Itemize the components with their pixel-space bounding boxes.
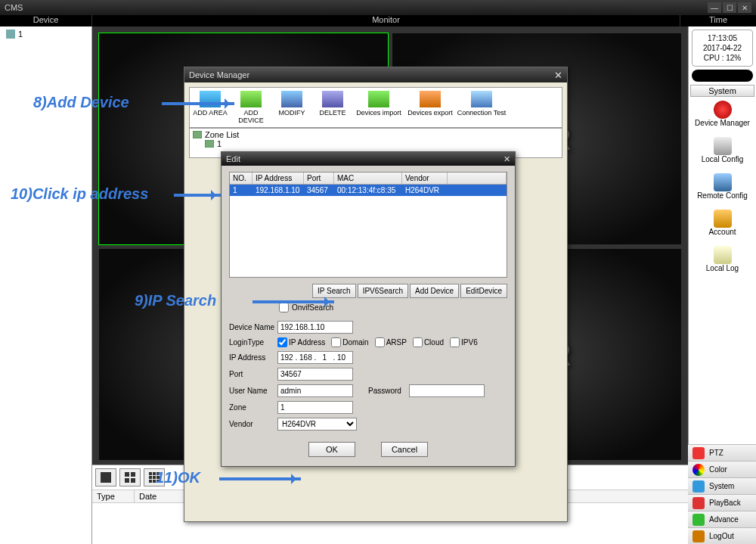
account-button[interactable]: Account bbox=[689, 206, 756, 242]
svg-rect-9 bbox=[153, 476, 156, 479]
device-manager-label: Device Manager bbox=[689, 119, 756, 127]
svg-rect-7 bbox=[156, 472, 160, 475]
device-name-label: Device Name bbox=[229, 323, 277, 331]
edit-dialog-titlebar[interactable]: Edit ✕ bbox=[222, 152, 515, 166]
modify-icon bbox=[281, 91, 302, 107]
ip-address-input[interactable] bbox=[277, 351, 353, 364]
vendor-select[interactable]: H264DVR bbox=[277, 418, 357, 431]
modify-button[interactable]: MODIFY bbox=[271, 91, 312, 124]
device-tree-panel: 1 bbox=[0, 26, 92, 544]
device-manager-close-icon[interactable]: ✕ bbox=[554, 70, 562, 81]
layout-2x2-button[interactable] bbox=[119, 468, 141, 486]
annotation-8-arrow bbox=[162, 102, 234, 105]
ok-button[interactable]: OK bbox=[308, 442, 355, 457]
system-icon bbox=[692, 480, 705, 493]
ipv6-search-button[interactable]: IPV6Search bbox=[358, 284, 408, 298]
tab-ptz[interactable]: PTZ bbox=[688, 444, 756, 461]
user-name-input[interactable] bbox=[277, 384, 353, 397]
tab-advance[interactable]: Advance bbox=[688, 511, 756, 527]
cancel-button[interactable]: Cancel bbox=[381, 442, 428, 457]
svg-rect-5 bbox=[149, 472, 152, 475]
delete-icon bbox=[322, 91, 343, 107]
zone-input[interactable] bbox=[277, 401, 353, 414]
zone-list-root[interactable]: Zone List bbox=[193, 130, 559, 139]
app-titlebar: CMS — ☐ ✕ bbox=[0, 0, 756, 15]
tab-system[interactable]: System bbox=[688, 477, 756, 494]
folder-icon bbox=[193, 131, 202, 138]
login-arsp-checkbox[interactable] bbox=[375, 337, 385, 347]
local-config-label: Local Config bbox=[689, 155, 756, 163]
login-ipv6-checkbox[interactable] bbox=[450, 337, 460, 347]
header-monitor: Monitor bbox=[92, 15, 680, 26]
annotation-9-arrow bbox=[253, 300, 334, 303]
layout-3x3-button[interactable] bbox=[144, 468, 165, 486]
edit-dialog-close-icon[interactable]: ✕ bbox=[503, 154, 510, 164]
clock-panel: 17:13:05 2017-04-22 CPU : 12% bbox=[692, 30, 753, 67]
playback-icon bbox=[692, 497, 705, 509]
col-ip[interactable]: IP Address bbox=[253, 173, 304, 184]
login-ip-checkbox[interactable] bbox=[277, 337, 287, 347]
window-close-button[interactable]: ✕ bbox=[738, 2, 751, 13]
col-vendor[interactable]: Vendor bbox=[402, 173, 448, 184]
onvif-search-checkbox[interactable] bbox=[279, 303, 289, 312]
devices-import-button[interactable]: Devices import bbox=[353, 91, 404, 124]
ip-table-row-selected[interactable]: 1 192.168.1.10 34567 00:12:13:4f:c8:35 H… bbox=[230, 185, 507, 196]
clock-time: 17:13:05 bbox=[696, 33, 749, 43]
zone-list-item[interactable]: 1 bbox=[193, 139, 559, 148]
app-title: CMS bbox=[5, 3, 23, 12]
device-manager-icon bbox=[714, 101, 732, 119]
window-minimize-button[interactable]: — bbox=[708, 2, 721, 13]
layout-1x1-button[interactable] bbox=[95, 468, 116, 486]
local-config-button[interactable]: Local Config bbox=[689, 133, 756, 169]
log-icon bbox=[714, 246, 732, 264]
connection-test-button[interactable]: Connection Test bbox=[456, 91, 507, 124]
local-log-label: Local Log bbox=[689, 264, 756, 272]
column-headers: Device Monitor Time bbox=[0, 15, 756, 26]
edit-device-button[interactable]: EditDevice bbox=[460, 284, 507, 298]
col-port[interactable]: Port bbox=[304, 173, 334, 184]
cell-no: 1 bbox=[230, 185, 253, 196]
tab-logout[interactable]: LogOut bbox=[688, 527, 756, 544]
remote-config-icon bbox=[714, 173, 732, 191]
edit-dialog-title: Edit bbox=[226, 154, 240, 163]
add-device-button[interactable]: ADD DEVICE bbox=[231, 91, 271, 124]
svg-rect-1 bbox=[125, 472, 129, 477]
header-device: Device bbox=[0, 15, 92, 26]
port-input[interactable] bbox=[277, 368, 353, 381]
log-col-type: Type bbox=[92, 490, 135, 502]
svg-rect-4 bbox=[131, 478, 135, 483]
col-no[interactable]: NO. bbox=[230, 173, 253, 184]
window-maximize-button[interactable]: ☐ bbox=[723, 2, 736, 13]
add-device-sub-button[interactable]: Add Device bbox=[410, 284, 459, 298]
login-domain-checkbox[interactable] bbox=[331, 337, 341, 347]
account-label: Account bbox=[689, 228, 756, 236]
user-icon bbox=[714, 210, 732, 228]
delete-button[interactable]: DELETE bbox=[312, 91, 353, 124]
remote-config-button[interactable]: Remote Config bbox=[689, 169, 756, 206]
color-icon bbox=[692, 464, 705, 476]
device-manager-title: Device Manager bbox=[189, 70, 249, 79]
annotation-10-arrow bbox=[174, 194, 221, 197]
tab-playback[interactable]: PlayBack bbox=[688, 494, 756, 511]
ip-address-label: IP Address bbox=[229, 353, 277, 362]
col-mac[interactable]: MAC bbox=[334, 173, 402, 184]
device-manager-titlebar[interactable]: Device Manager ✕ bbox=[184, 67, 567, 82]
svg-rect-10 bbox=[156, 476, 160, 479]
import-icon bbox=[368, 91, 389, 107]
right-tab-strip: PTZ Color System PlayBack Advance LogOut bbox=[688, 444, 756, 544]
local-log-button[interactable]: Local Log bbox=[689, 242, 756, 278]
device-tree-root[interactable]: 1 bbox=[0, 26, 91, 42]
login-cloud-checkbox[interactable] bbox=[413, 337, 423, 347]
tab-color[interactable]: Color bbox=[688, 461, 756, 477]
system-section-header: System bbox=[690, 85, 754, 97]
device-manager-button[interactable]: Device Manager bbox=[689, 97, 756, 133]
cell-port: 34567 bbox=[304, 185, 334, 196]
svg-rect-2 bbox=[131, 472, 135, 477]
devices-export-button[interactable]: Devices export bbox=[404, 91, 456, 124]
cell-mac: 00:12:13:4f:c8:35 bbox=[334, 185, 402, 196]
password-label: Password bbox=[368, 387, 409, 395]
user-name-label: User Name bbox=[229, 387, 277, 395]
device-name-input[interactable] bbox=[277, 321, 353, 334]
password-input[interactable] bbox=[409, 384, 485, 397]
svg-rect-3 bbox=[125, 478, 129, 483]
